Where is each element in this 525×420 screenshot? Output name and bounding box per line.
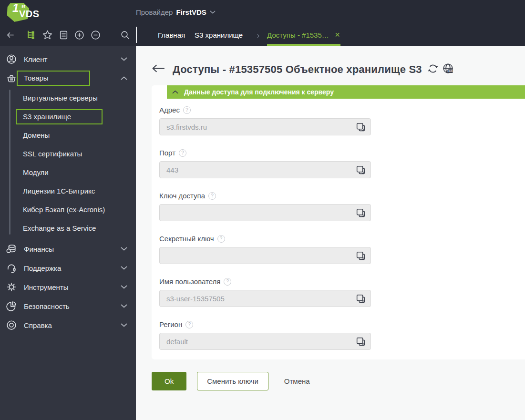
chevron-down-icon bbox=[121, 57, 127, 61]
sidebar-item-domains[interactable]: Домены bbox=[0, 126, 136, 144]
collapse-caret-icon[interactable] bbox=[172, 90, 178, 94]
close-tab-icon[interactable]: ✕ bbox=[335, 31, 340, 39]
sidebar-item-label: Клиент bbox=[24, 55, 121, 63]
chevron-down-icon bbox=[210, 10, 216, 14]
help-icon[interactable]: ? bbox=[185, 321, 193, 328]
field-value: 443 bbox=[166, 166, 354, 174]
favorites-star-icon[interactable] bbox=[42, 29, 53, 41]
field-label-row: Имя пользователя ? bbox=[159, 277, 371, 286]
field-value: default bbox=[166, 338, 354, 346]
help-icon[interactable]: ? bbox=[208, 192, 216, 200]
pie-chart-icon bbox=[6, 301, 17, 311]
sidebar-item-finance[interactable]: Финансы bbox=[0, 239, 136, 258]
sidebar-item-security[interactable]: Безопасность bbox=[0, 297, 136, 316]
sidebar-item-label: Товары bbox=[24, 71, 121, 86]
toolbar bbox=[0, 24, 136, 46]
sidebar-item-virtual-servers[interactable]: Виртуальные серверы bbox=[0, 89, 136, 107]
back-arrow-icon[interactable] bbox=[152, 64, 165, 74]
tab-label: S3 хранилище bbox=[195, 31, 243, 39]
headset-icon bbox=[6, 263, 17, 273]
tab-s3-storage[interactable]: S3 хранилище bbox=[195, 24, 243, 46]
change-keys-button[interactable]: Сменить ключи bbox=[197, 372, 268, 390]
title-row: Доступы - #15357505 Объектное хранилище … bbox=[152, 63, 525, 76]
sub-item-label: Exchange as a Service bbox=[23, 224, 96, 232]
chevron-down-icon bbox=[121, 285, 127, 289]
sidebar-item-modules[interactable]: Модули bbox=[0, 163, 136, 182]
sub-item-label: Домены bbox=[23, 131, 50, 139]
chevron-down-icon bbox=[121, 266, 127, 270]
sub-item-label: Модули bbox=[23, 168, 49, 176]
field-address: Адрес ? s3.firstvds.ru bbox=[159, 106, 371, 135]
sidebar: Клиент Товары Виртуальные серверы S3 хра… bbox=[0, 46, 136, 420]
tab-home[interactable]: Главная bbox=[158, 24, 185, 46]
tab-access-active[interactable]: Доступы - #1535… ✕ bbox=[267, 24, 340, 46]
field-label: Секретный ключ bbox=[159, 235, 214, 243]
sidebar-item-tools[interactable]: Инструменты bbox=[0, 277, 136, 297]
globe-go-icon[interactable] bbox=[443, 63, 453, 76]
sidebar-item-ssl[interactable]: SSL сертификаты bbox=[0, 144, 136, 163]
help-icon[interactable]: ? bbox=[179, 149, 186, 157]
search-icon[interactable] bbox=[120, 29, 131, 41]
tab-label: Доступы - #1535… bbox=[267, 31, 329, 39]
copy-button[interactable] bbox=[354, 335, 367, 348]
top-header: 1 st VDS Провайдер FirstVDS bbox=[0, 0, 525, 46]
zoom-in-icon[interactable] bbox=[74, 29, 85, 41]
sidebar-item-cyber-backup[interactable]: Кибер Бэкап (ex-Acronis) bbox=[0, 200, 136, 219]
sub-item-label: Виртуальные серверы bbox=[23, 94, 98, 102]
address-field[interactable]: s3.firstvds.ru bbox=[159, 118, 371, 135]
sidebar-item-bitrix[interactable]: Лицензии 1С-Битрикс bbox=[0, 182, 136, 200]
back-arrow-icon[interactable] bbox=[5, 29, 16, 41]
logo-one: 1 bbox=[12, 1, 19, 15]
copy-button[interactable] bbox=[354, 206, 367, 219]
sidebar-item-s3-storage[interactable]: S3 хранилище bbox=[0, 107, 136, 126]
help-icon[interactable]: ? bbox=[224, 278, 231, 286]
zoom-out-icon[interactable] bbox=[90, 29, 101, 41]
field-port: Порт ? 443 bbox=[159, 149, 371, 178]
sidebar-item-help[interactable]: Справка bbox=[0, 316, 136, 335]
cancel-button[interactable]: Отмена bbox=[284, 377, 310, 385]
field-label: Ключ доступа bbox=[159, 192, 205, 200]
field-label: Имя пользователя bbox=[159, 277, 220, 286]
tasks-clipboard-icon[interactable] bbox=[58, 29, 69, 41]
chevron-down-icon bbox=[121, 323, 127, 327]
tree-menu-icon[interactable] bbox=[26, 29, 37, 41]
ok-button[interactable]: Ok bbox=[152, 372, 186, 390]
provider-switcher[interactable]: Провайдер FirstVDS bbox=[136, 8, 216, 16]
header-row-bottom: Главная S3 хранилище Доступы - #1535… ✕ bbox=[0, 24, 525, 46]
secret-key-field[interactable] bbox=[159, 247, 371, 264]
help-icon[interactable]: ? bbox=[183, 106, 191, 114]
port-field[interactable]: 443 bbox=[159, 161, 371, 178]
access-key-field[interactable] bbox=[159, 204, 371, 221]
sidebar-item-support[interactable]: Поддержка bbox=[0, 258, 136, 277]
body-row: Клиент Товары Виртуальные серверы S3 хра… bbox=[0, 46, 525, 420]
sidebar-item-client[interactable]: Клиент bbox=[0, 50, 136, 69]
copy-button[interactable] bbox=[354, 121, 367, 133]
help-ring-icon bbox=[6, 320, 17, 330]
section-header[interactable]: Данные доступа для подключения к серверу bbox=[167, 85, 525, 99]
copy-button[interactable] bbox=[354, 292, 367, 305]
user-icon bbox=[6, 54, 17, 64]
copy-button[interactable] bbox=[354, 164, 367, 176]
help-icon[interactable]: ? bbox=[217, 235, 225, 243]
gear-icon bbox=[6, 282, 17, 292]
field-label-row: Секретный ключ ? bbox=[159, 235, 371, 243]
provider-label: Провайдер bbox=[136, 8, 173, 16]
basket-icon bbox=[6, 73, 17, 83]
copy-button[interactable] bbox=[354, 249, 367, 262]
sidebar-item-products[interactable]: Товары bbox=[0, 69, 136, 88]
region-field[interactable]: default bbox=[159, 333, 371, 350]
refresh-icon[interactable] bbox=[428, 63, 438, 76]
field-label-row: Порт ? bbox=[159, 149, 371, 157]
tab-label: Главная bbox=[158, 31, 185, 39]
provider-name: FirstVDS bbox=[176, 8, 206, 16]
sidebar-item-exchange[interactable]: Exchange as a Service bbox=[0, 219, 136, 237]
firstvds-logo[interactable]: 1 st VDS bbox=[6, 1, 51, 23]
logo-sup: st bbox=[21, 4, 25, 9]
username-field[interactable]: s3-user-15357505 bbox=[159, 290, 371, 307]
field-label: Порт bbox=[159, 149, 175, 157]
field-label-row: Ключ доступа ? bbox=[159, 192, 371, 200]
sub-item-label: SSL сертификаты bbox=[23, 150, 82, 158]
field-value: s3-user-15357505 bbox=[166, 295, 354, 303]
field-label: Адрес bbox=[159, 106, 180, 114]
field-label-row: Адрес ? bbox=[159, 106, 371, 114]
